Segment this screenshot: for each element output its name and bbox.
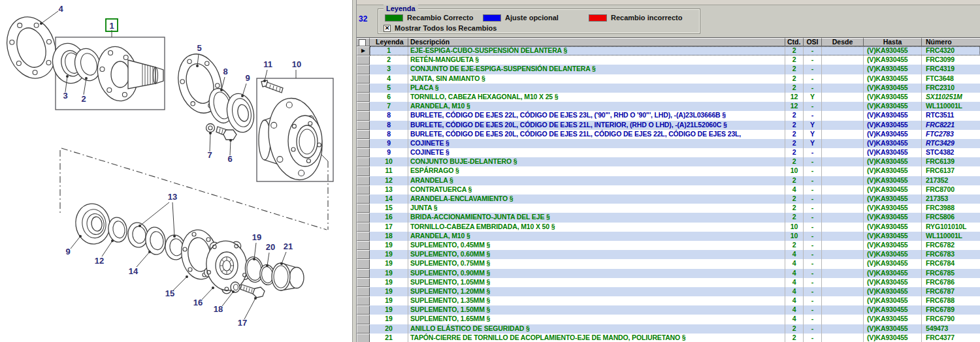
show-all-checkbox[interactable]: ✕ — [384, 25, 391, 32]
diagram-callout[interactable]: 4 — [58, 4, 63, 14]
table-row[interactable]: 12 ARANDELA § 2 - (V)KA930455 217352 — [357, 176, 980, 185]
table-row[interactable]: 8 BURLETE, CÓDIGO DE EJES 20L, CÓDIGO DE… — [357, 130, 980, 139]
table-row[interactable]: 7 ARANDELA, M10 § 12 - (V)KA930455 WL110… — [357, 102, 980, 111]
diagram-callout[interactable]: 14 — [129, 266, 139, 276]
diagram-callout[interactable]: 20 — [266, 242, 275, 252]
row-selector-cell[interactable] — [357, 157, 370, 166]
table-row[interactable]: 16 BRIDA-ACCIONAMIENTO-JUNTA DEL EJE § 2… — [357, 213, 980, 222]
diagram-svg[interactable]: 4132589761110912131415161817192021 — [0, 0, 352, 342]
row-selector-cell[interactable] — [357, 269, 370, 278]
diagram-callout[interactable]: 21 — [284, 241, 293, 251]
cell-hasta: (V)KA930455 — [864, 166, 922, 176]
row-selector-cell[interactable] — [357, 102, 370, 111]
table-row[interactable]: 11 ESPÁRRAGO § 10 - (V)KA930455 FRC6137 — [357, 166, 980, 176]
row-selector-cell[interactable] — [357, 287, 370, 296]
diagram-callout[interactable]: 9 — [245, 73, 250, 83]
cell-ctd: 4 — [785, 315, 804, 324]
row-selector-cell[interactable] — [357, 176, 370, 185]
table-row[interactable]: 6 TORNILLO, CABEZA HEXAGONAL, M10 X 25 §… — [357, 93, 980, 102]
table-row[interactable]: 9 COJINETE § 2 Y (V)KA930455 RTC3429 — [357, 139, 980, 148]
diagram-callout[interactable]: 10 — [292, 59, 301, 69]
table-row[interactable]: 19 SUPLEMENTO, 1.05MM § 4 - (V)KA930455 … — [357, 278, 980, 287]
table-row[interactable]: 8 BURLETE, CÓDIGO DE EJES 22L, CÓDIGO DE… — [357, 111, 980, 120]
row-selector-cell[interactable] — [357, 84, 370, 93]
row-selector-cell[interactable] — [357, 223, 370, 232]
diagram-callout[interactable]: 16 — [193, 298, 203, 307]
column-header-descripcion[interactable]: Descripción — [408, 38, 785, 46]
row-selector-cell[interactable] — [357, 204, 370, 213]
column-header-leyenda[interactable]: Leyenda — [370, 38, 408, 46]
table-row[interactable]: 9 COJINETE § 2 - (V)KA930455 STC4382 — [357, 148, 980, 157]
diagram-callout[interactable]: 9 — [65, 247, 70, 256]
column-header-osi[interactable]: OSI — [804, 38, 822, 46]
diagram-callout[interactable]: 11 — [263, 59, 272, 69]
diagram-callout[interactable]: 3 — [63, 91, 67, 101]
table-row[interactable]: 14 ARANDELA-ENCLAVAMIENTO § 2 - (V)KA930… — [357, 194, 980, 204]
row-selector-cell[interactable] — [357, 194, 370, 204]
table-row[interactable]: 13 CONTRATUERCA § 4 - (V)KA930455 FRC870… — [357, 185, 980, 194]
column-header-ctd[interactable]: Ctd. — [785, 38, 804, 46]
diagram-callout[interactable]: 7 — [207, 150, 212, 160]
table-row[interactable]: 19 SUPLEMENTO, 0.90MM § 4 - (V)KA930455 … — [357, 269, 980, 278]
row-selector-cell[interactable] — [357, 121, 370, 130]
table-row[interactable]: 20 ANILLO ELÁSTICO DE SEGURIDAD § 2 - (V… — [357, 324, 980, 334]
row-selector-cell[interactable] — [357, 93, 370, 102]
diagram-callout[interactable]: 6 — [227, 154, 232, 164]
column-header-hasta[interactable]: Hasta — [864, 38, 922, 46]
table-row[interactable]: 19 SUPLEMENTO, 0.60MM § 4 - (V)KA930455 … — [357, 250, 980, 259]
table-row[interactable]: 19 SUPLEMENTO, 1.35MM § 4 - (V)KA930455 … — [357, 296, 980, 305]
row-selector-cell[interactable] — [357, 305, 370, 315]
row-selector-cell[interactable] — [357, 232, 370, 241]
diagram-callout[interactable]: 13 — [168, 192, 177, 202]
row-selector-cell[interactable] — [357, 296, 370, 305]
row-selector-cell[interactable]: ▶ — [357, 46, 370, 55]
table-row[interactable]: 2 RETÉN-MANGUETA § 2 - (V)KA930455 FRC30… — [357, 55, 980, 65]
row-selector-cell[interactable] — [357, 166, 370, 176]
row-selector-cell[interactable] — [357, 334, 370, 342]
table-row[interactable]: 17 TORNILLO-CABEZA EMBRIDADA, M10 X 50 §… — [357, 223, 980, 232]
diagram-callout[interactable]: 5 — [197, 43, 201, 53]
diagram-callout[interactable]: 2 — [81, 94, 86, 104]
row-selector-cell[interactable] — [357, 74, 370, 84]
panel-splitter[interactable] — [352, 0, 357, 342]
row-selector-cell[interactable] — [357, 315, 370, 324]
table-row[interactable]: ▶ 1 EJE-ESPIGA-CUBO-SUSPENSIÓN DELANTERA… — [357, 46, 980, 55]
table-row[interactable]: 19 SUPLEMENTO, 0.45MM § 2 - (V)KA930455 … — [357, 241, 980, 250]
table-row[interactable]: 19 SUPLEMENTO, 1.65MM § 4 - (V)KA930455 … — [357, 315, 980, 324]
diagram-callout[interactable]: 15 — [165, 288, 174, 298]
select-all-cell[interactable] — [357, 38, 370, 46]
table-row[interactable]: 18 ARANDELA, M10 § 10 - (V)KA930455 WL11… — [357, 232, 980, 241]
row-selector-cell[interactable] — [357, 259, 370, 268]
table-row[interactable]: 19 SUPLEMENTO, 0.75MM § 4 - (V)KA930455 … — [357, 259, 980, 268]
row-selector-cell[interactable] — [357, 250, 370, 259]
diagram-callout[interactable]: 17 — [238, 318, 247, 328]
diagram-callout[interactable]: 18 — [214, 304, 223, 314]
table-row[interactable]: 21 TAPÓN-CIERRE DE TORNILLO DE ACOPLAMIE… — [357, 334, 980, 342]
table-row[interactable]: 4 JUNTA, SIN AMIANTO § 2 - (V)KA930455 F… — [357, 74, 980, 84]
table-row[interactable]: 10 CONJUNTO BUJE-DELANTERO § 2 - (V)KA93… — [357, 157, 980, 166]
column-header-numero[interactable]: Número — [922, 38, 980, 46]
row-selector-cell[interactable] — [357, 324, 370, 334]
diagram-callout[interactable]: 12 — [95, 256, 104, 266]
row-selector-cell[interactable] — [357, 213, 370, 222]
row-selector-cell[interactable] — [357, 130, 370, 139]
row-selector-cell[interactable] — [357, 185, 370, 194]
table-row[interactable]: 8 BURLETE, CÓDIGO DE EJES 20L, CÓDIGO DE… — [357, 121, 980, 130]
column-header-desde[interactable]: Desde — [822, 38, 864, 46]
row-selector-cell[interactable] — [357, 278, 370, 287]
diagram-callout[interactable]: 19 — [252, 232, 261, 242]
row-selector-cell[interactable] — [357, 241, 370, 250]
row-selector-cell[interactable] — [357, 55, 370, 65]
diagram-callout[interactable]: 1 — [109, 21, 114, 31]
cell-leyenda: 19 — [370, 287, 408, 296]
table-row[interactable]: 5 PLACA § 2 - (V)KA930455 FRC2310 — [357, 84, 980, 93]
table-row[interactable]: 3 CONJUNTO DE EJE-ESPIGA-SUSPENSIÓN DELA… — [357, 65, 980, 74]
row-selector-cell[interactable] — [357, 65, 370, 74]
row-selector-cell[interactable] — [357, 148, 370, 157]
table-row[interactable]: 19 SUPLEMENTO, 1.20MM § 4 - (V)KA930455 … — [357, 287, 980, 296]
row-selector-cell[interactable] — [357, 139, 370, 148]
diagram-callout[interactable]: 8 — [223, 67, 227, 76]
table-row[interactable]: 19 SUPLEMENTO, 1.50MM § 4 - (V)KA930455 … — [357, 305, 980, 315]
row-selector-cell[interactable] — [357, 111, 370, 120]
table-row[interactable]: 15 JUNTA § 2 - (V)KA930455 FRC3988 — [357, 204, 980, 213]
